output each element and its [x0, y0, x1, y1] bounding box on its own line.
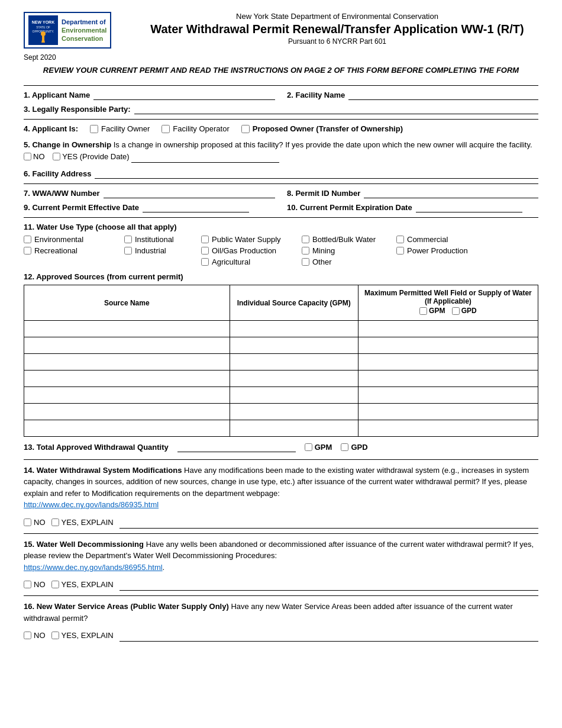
source-name-2[interactable]: [24, 337, 230, 353]
source-name-6[interactable]: [24, 404, 230, 420]
total-gpm-gpd-group: GPM GPD: [305, 443, 368, 452]
source-max-7[interactable]: [358, 420, 538, 436]
source-capacity-2[interactable]: [230, 337, 358, 353]
facility-address-input[interactable]: [95, 169, 538, 179]
agricultural-checkbox[interactable]: [201, 258, 209, 266]
section16-no-checkbox[interactable]: [24, 632, 31, 639]
total-gpm-checkbox[interactable]: [305, 443, 312, 451]
industrial-checkbox[interactable]: [124, 247, 132, 255]
source-max-2[interactable]: [358, 337, 538, 353]
source-max-3[interactable]: [358, 354, 538, 370]
legally-responsible-row: 3. Legally Responsible Party:: [24, 105, 538, 114]
source-max-5[interactable]: [358, 387, 538, 403]
section14-link[interactable]: http://www.dec.ny.gov/lands/86935.html: [24, 500, 159, 509]
section16-yes-no: NO YES, EXPLAIN: [24, 631, 538, 642]
legally-responsible-label: 3. Legally Responsible Party:: [24, 105, 131, 114]
header-divider: [24, 85, 538, 86]
change-ownership-text: 5. Change in Ownership Is a change in ow…: [24, 139, 538, 163]
water-use-other: Other: [302, 257, 396, 266]
source-max-4[interactable]: [358, 371, 538, 386]
mining-checkbox[interactable]: [302, 247, 309, 255]
logo-area: NEW YORK STATE OF OPPORTUNITY. Departmen…: [24, 12, 130, 49]
effective-date-input[interactable]: [143, 203, 249, 212]
facility-operator-checkbox[interactable]: [162, 125, 170, 133]
bottled-checkbox[interactable]: [302, 236, 309, 243]
facility-address-row: 6. Facility Address: [24, 169, 538, 179]
expiration-date-input[interactable]: [416, 203, 522, 212]
public-water-checkbox[interactable]: [201, 236, 209, 243]
header-right: New York State Department of Environment…: [136, 12, 538, 46]
wwa-label: 7. WWA/WW Number: [24, 189, 100, 198]
environmental-label: Environmental: [34, 235, 83, 244]
wwa-group: 7. WWA/WW Number: [24, 189, 275, 198]
legally-responsible-input[interactable]: [134, 105, 538, 114]
proposed-owner-label: Proposed Owner (Transfer of Ownership): [253, 124, 403, 133]
col3-gpd-checkbox[interactable]: [452, 307, 460, 315]
source-name-5[interactable]: [24, 387, 230, 403]
institutional-checkbox[interactable]: [124, 236, 132, 243]
section15-explain-input[interactable]: [119, 581, 538, 591]
permit-id-group: 8. Permit ID Number: [287, 189, 538, 198]
table-row: [24, 386, 538, 403]
section15-no-label: NO: [34, 580, 46, 589]
facility-address-label: 6. Facility Address: [24, 169, 91, 178]
source-name-1[interactable]: [24, 321, 230, 337]
section15-link[interactable]: https://www.dec.ny.gov/lands/86955.html: [24, 563, 163, 572]
section14-title: 14. Water Withdrawal System Modification…: [24, 466, 182, 475]
yes-date-input[interactable]: [131, 153, 279, 163]
environmental-checkbox[interactable]: [24, 236, 31, 243]
section15-yes-checkbox[interactable]: [51, 581, 59, 588]
col3-gpm-checkbox[interactable]: [419, 307, 427, 315]
section16-yes-checkbox[interactable]: [51, 632, 59, 639]
source-capacity-7[interactable]: [230, 420, 358, 436]
commercial-checkbox[interactable]: [396, 236, 404, 243]
source-name-3[interactable]: [24, 354, 230, 370]
col3-header-text: Maximum Permitted Well Field or Supply o…: [364, 289, 532, 305]
source-capacity-5[interactable]: [230, 387, 358, 403]
yes-date-checkbox[interactable]: [53, 153, 60, 160]
other-checkbox[interactable]: [302, 258, 309, 266]
applicant-name-label: 1. Applicant Name: [24, 91, 90, 99]
source-capacity-3[interactable]: [230, 354, 358, 370]
power-checkbox[interactable]: [396, 247, 404, 255]
section16-explain-input[interactable]: [119, 632, 538, 642]
review-notice: REVIEW YOUR CURRENT PERMIT AND READ THE …: [24, 65, 538, 76]
power-label: Power Production: [407, 246, 468, 255]
source-name-7[interactable]: [24, 420, 230, 436]
permit-id-input[interactable]: [364, 189, 538, 198]
facility-name-input[interactable]: [348, 91, 538, 100]
source-max-1[interactable]: [358, 321, 538, 337]
source-capacity-6[interactable]: [230, 404, 358, 420]
section14-no-label: NO: [34, 518, 46, 527]
section14-yes-checkbox[interactable]: [51, 518, 59, 526]
source-max-6[interactable]: [358, 404, 538, 420]
form-title: Water Withdrawal Permit Renewal/Transfer…: [136, 22, 538, 36]
wwa-input[interactable]: [104, 189, 275, 198]
total-withdrawal-input[interactable]: [177, 443, 296, 452]
section15-no-checkbox[interactable]: [24, 581, 31, 588]
facility-owner-checkbox[interactable]: [90, 125, 98, 133]
section16: 16. New Water Service Areas (Public Wate…: [24, 601, 538, 624]
facility-operator-option: Facility Operator: [162, 124, 229, 133]
total-gpd-item: GPD: [341, 443, 367, 452]
proposed-owner-checkbox[interactable]: [241, 125, 250, 133]
no-checkbox[interactable]: [24, 153, 31, 160]
water-use-section: 11. Water Use Type (choose all that appl…: [24, 223, 538, 266]
bottled-label: Bottled/Bulk Water: [312, 235, 376, 244]
source-capacity-1[interactable]: [230, 321, 358, 337]
applicant-name-input[interactable]: [93, 91, 275, 100]
source-capacity-4[interactable]: [230, 371, 358, 386]
oilgas-checkbox[interactable]: [201, 247, 209, 255]
permit-dates-row: 9. Current Permit Effective Date 10. Cur…: [24, 203, 538, 212]
facility-operator-label: Facility Operator: [173, 124, 229, 133]
section14-no-checkbox[interactable]: [24, 518, 31, 526]
ny-state-logo: NEW YORK STATE OF OPPORTUNITY.: [28, 15, 58, 45]
mining-label: Mining: [312, 246, 335, 255]
total-gpd-checkbox[interactable]: [341, 443, 348, 451]
section14-explain-input[interactable]: [119, 519, 538, 529]
facility-owner-option: Facility Owner: [90, 124, 150, 133]
recreational-checkbox[interactable]: [24, 247, 31, 255]
section15-title: 15. Water Well Decommissioning: [24, 540, 144, 549]
source-name-4[interactable]: [24, 371, 230, 386]
water-use-oilgas: Oil/Gas Production: [201, 246, 302, 255]
